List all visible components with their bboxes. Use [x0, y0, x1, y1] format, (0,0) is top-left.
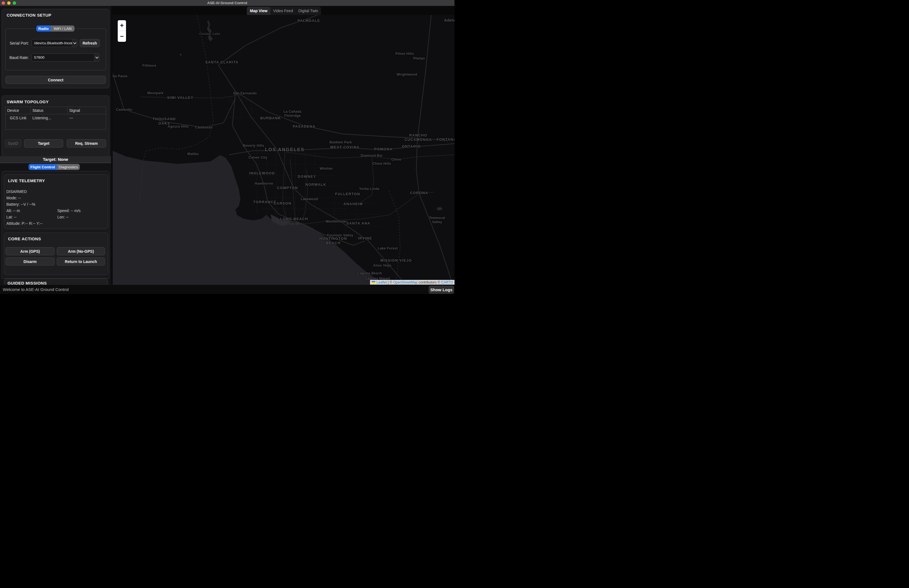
- view-tabs: Map View Video Feed Digital Twin: [247, 6, 321, 15]
- telemetry-mode: Mode: --: [6, 196, 21, 200]
- map-attribution: Leaflet | © OpenStreetMap contributors ©…: [370, 280, 454, 284]
- cell-signal: ---: [68, 114, 106, 121]
- cell-device: GCS Link: [6, 114, 31, 121]
- attrib-mid: contributors ©: [418, 280, 441, 284]
- ukraine-flag-icon: [372, 281, 375, 283]
- connection-setup-title: CONNECTION SETUP: [6, 13, 51, 18]
- tab-flight-control[interactable]: Flight Control: [29, 164, 57, 170]
- connect-button[interactable]: Connect: [6, 76, 106, 84]
- telemetry-lat: Lat: --: [6, 215, 17, 219]
- disarm-button[interactable]: Disarm: [6, 257, 55, 265]
- req-stream-button[interactable]: Req. Stream: [67, 139, 106, 147]
- mode-tabs: Flight Control Diagnostics: [29, 164, 80, 170]
- link-type-segmented: Radio WiFi / LAN: [36, 26, 74, 32]
- tab-diagnostics[interactable]: Diagnostics: [57, 164, 80, 170]
- carto-link[interactable]: CARTO: [441, 280, 453, 284]
- baud-rate-label: Baud Rate:: [6, 55, 29, 60]
- show-logs-button[interactable]: Show Logs: [429, 286, 454, 294]
- ocean: [113, 151, 385, 284]
- map-basemap: [113, 15, 454, 284]
- swarm-table-header: Device Status Signal: [6, 107, 106, 114]
- status-bar: Welcome to ASE-AI Ground Control Show Lo…: [0, 284, 454, 294]
- target-status-bar: Target: None: [0, 156, 111, 163]
- col-device: Device: [6, 107, 31, 114]
- tab-map-view[interactable]: Map View: [247, 6, 270, 15]
- street-grid: [226, 95, 382, 239]
- castaic-lake: [207, 20, 213, 42]
- sysid-button[interactable]: SysID: [5, 139, 21, 147]
- attrib-sep: | ©: [387, 280, 393, 284]
- zoom-control: + −: [118, 20, 126, 42]
- lake-mathews: [437, 207, 442, 210]
- target-button[interactable]: Target: [24, 139, 63, 147]
- zoom-in-button[interactable]: +: [118, 20, 126, 31]
- telemetry-state: DISARMED: [6, 189, 27, 194]
- osm-link[interactable]: OpenStreetMap: [393, 280, 418, 284]
- swarm-row-gcs-link[interactable]: GCS Link Listening... ---: [6, 114, 106, 121]
- connection-fieldset: [5, 29, 106, 70]
- tab-digital-twin[interactable]: Digital Twin: [296, 6, 321, 15]
- serial-port-label: Serial Port:: [6, 41, 29, 45]
- tab-video-feed[interactable]: Video Feed: [270, 6, 296, 15]
- chevron-down-icon: [94, 54, 99, 61]
- telemetry-alt: Alt: -- m: [6, 208, 20, 213]
- telemetry-speed: Speed: -- m/s: [57, 208, 81, 213]
- serial-port-value: /dev/cu.Bluetooth-Incor: [34, 41, 73, 45]
- arm-gps-button[interactable]: Arm (GPS): [6, 247, 55, 255]
- leaflet-link[interactable]: Leaflet: [377, 280, 387, 284]
- status-message: Welcome to ASE-AI Ground Control: [3, 285, 69, 294]
- live-telemetry-title: LIVE TELEMETRY: [8, 178, 45, 183]
- window-title: ASE-AI Ground Control: [0, 0, 454, 6]
- swarm-table: Device Status Signal GCS Link Listening.…: [5, 107, 106, 129]
- app-window: ASE-AI Ground Control CONNECTION SETUP R…: [0, 0, 454, 294]
- title-bar: ASE-AI Ground Control: [0, 0, 454, 6]
- serial-port-select[interactable]: /dev/cu.Bluetooth-Incor: [32, 39, 77, 47]
- chevron-down-icon: [72, 39, 77, 47]
- map-tab-strip: Map View Video Feed Digital Twin: [113, 6, 454, 15]
- telemetry-battery: Battery: --V / --%: [6, 202, 35, 207]
- baud-rate-value: 57600: [34, 55, 45, 60]
- link-tab-radio[interactable]: Radio: [36, 26, 51, 32]
- zoom-out-button[interactable]: −: [118, 31, 126, 42]
- link-tab-wifi-lan[interactable]: WiFi / LAN: [51, 26, 74, 32]
- col-status: Status: [31, 107, 68, 114]
- map-canvas[interactable]: PALMDALEAdelantoCastaic LakePiñon HillsP…: [113, 15, 454, 284]
- refresh-button[interactable]: Refresh: [80, 39, 100, 47]
- core-actions-title: CORE ACTIONS: [8, 236, 41, 241]
- telemetry-lon: Lon: --: [57, 215, 68, 219]
- arm-nogps-button[interactable]: Arm (No-GPS): [57, 247, 105, 255]
- swarm-topology-title: SWARM TOPOLOGY: [6, 99, 49, 104]
- baud-rate-select[interactable]: 57600: [32, 53, 99, 61]
- telemetry-attitude: Attitude: P:-- R:-- Y:--: [6, 221, 42, 226]
- cell-status: Listening...: [31, 114, 68, 121]
- rtl-button[interactable]: Return to Launch: [57, 257, 105, 265]
- col-signal: Signal: [68, 107, 106, 114]
- lake-piru: [180, 54, 182, 56]
